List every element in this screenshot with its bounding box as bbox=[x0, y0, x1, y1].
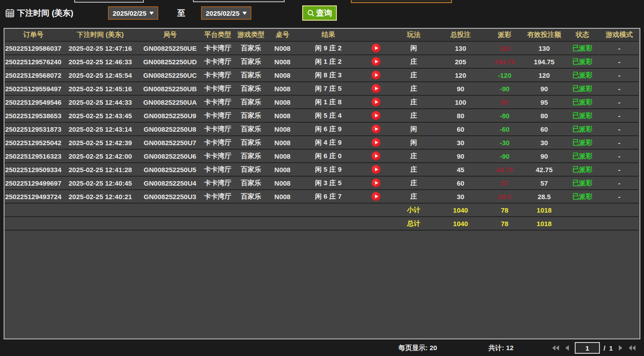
platform-type: 卡卡湾厅 bbox=[201, 58, 234, 66]
payout: 57 bbox=[486, 179, 523, 187]
grand-total-total-bet: 1040 bbox=[435, 220, 486, 227]
column-header-0: 订单号 bbox=[4, 31, 62, 39]
result: 闲 8 庄 3 bbox=[297, 71, 360, 80]
cropped-filter-input-2[interactable] bbox=[193, 0, 285, 2]
last-page-icon[interactable] bbox=[628, 344, 636, 352]
next-page-icon[interactable] bbox=[617, 344, 625, 352]
date-to-select[interactable]: 2025/02/25 bbox=[201, 6, 251, 20]
play-type: 庄 bbox=[392, 192, 435, 201]
replay-play-icon[interactable] bbox=[371, 125, 380, 134]
table-row: 250225129509334 2025-02-25 12:41:28 GN00… bbox=[4, 163, 639, 177]
column-header-11: 有效投注额 bbox=[523, 31, 565, 39]
replay-cell bbox=[360, 165, 392, 174]
date-from-select[interactable]: 2025/02/25 bbox=[108, 6, 158, 20]
round-number: GN008252250U8 bbox=[139, 125, 201, 133]
play-type: 闲 bbox=[392, 138, 435, 147]
table-row: 250225129568072 2025-02-25 12:45:54 GN00… bbox=[4, 69, 639, 82]
order-number: 250225129516323 bbox=[4, 152, 62, 160]
valid-bet: 95 bbox=[523, 98, 565, 106]
valid-bet: 130 bbox=[523, 44, 565, 52]
game-type: 百家乐 bbox=[234, 98, 268, 107]
cropped-filter-input-3[interactable] bbox=[351, 0, 452, 3]
column-header-4: 游戏类型 bbox=[234, 31, 268, 39]
date-from-value: 2025/02/25 bbox=[112, 9, 146, 17]
game-mode: - bbox=[600, 152, 639, 160]
order-number: 250225129499697 bbox=[4, 179, 62, 187]
payout: -90 bbox=[486, 85, 523, 93]
replay-play-icon[interactable] bbox=[371, 57, 380, 66]
result: 闲 1 庄 2 bbox=[297, 58, 360, 66]
filter-bar: 下注时间 (美东) 2025/02/25 至 2025/02/25 查询 bbox=[0, 0, 644, 28]
replay-play-icon[interactable] bbox=[371, 98, 380, 107]
total-bet: 60 bbox=[435, 125, 486, 133]
table-number: N008 bbox=[268, 71, 297, 79]
replay-play-icon[interactable] bbox=[371, 138, 380, 147]
game-mode: - bbox=[600, 44, 639, 52]
per-page-label: 每页显示: 20 bbox=[398, 344, 437, 352]
play-type: 庄 bbox=[392, 58, 435, 66]
replay-play-icon[interactable] bbox=[371, 71, 380, 80]
current-page-input[interactable] bbox=[575, 342, 600, 354]
column-header-1: 下注时间 (美东) bbox=[62, 31, 139, 39]
round-number: GN008252250UA bbox=[139, 98, 201, 106]
table-row: 250225129576240 2025-02-25 12:46:33 GN00… bbox=[4, 55, 639, 69]
table-row: 250225129531873 2025-02-25 12:43:14 GN00… bbox=[4, 123, 639, 136]
valid-bet: 60 bbox=[523, 125, 565, 133]
bet-time: 2025-02-25 12:43:14 bbox=[62, 125, 139, 133]
game-type: 百家乐 bbox=[234, 125, 268, 134]
previous-page-icon[interactable] bbox=[563, 344, 571, 352]
payout: 42.75 bbox=[486, 166, 523, 174]
table-number: N008 bbox=[268, 85, 297, 93]
table-number: N008 bbox=[268, 152, 297, 160]
round-number: GN008252250U7 bbox=[139, 139, 201, 147]
replay-play-icon[interactable] bbox=[371, 192, 380, 201]
status-badge: 已派彩 bbox=[565, 138, 600, 147]
platform-type: 卡卡湾厅 bbox=[201, 44, 234, 53]
replay-play-icon[interactable] bbox=[371, 151, 380, 160]
grand-total-payout: 78 bbox=[486, 220, 523, 227]
order-number: 250225129509334 bbox=[4, 166, 62, 174]
bet-time: 2025-02-25 12:41:28 bbox=[62, 166, 139, 174]
bet-time: 2025-02-25 12:43:45 bbox=[62, 112, 139, 120]
replay-cell bbox=[360, 151, 392, 160]
query-button[interactable]: 查询 bbox=[302, 5, 337, 21]
valid-bet: 28.5 bbox=[523, 193, 565, 200]
first-page-icon[interactable] bbox=[551, 344, 559, 352]
valid-bet: 57 bbox=[523, 179, 565, 187]
column-header-10: 派彩 bbox=[486, 31, 523, 39]
total-bet: 205 bbox=[435, 58, 486, 66]
bet-time: 2025-02-25 12:46:33 bbox=[62, 58, 139, 66]
table-row: 250225129538653 2025-02-25 12:43:45 GN00… bbox=[4, 109, 639, 123]
replay-play-icon[interactable] bbox=[371, 178, 380, 187]
replay-play-icon[interactable] bbox=[371, 44, 380, 53]
replay-cell bbox=[360, 57, 392, 66]
status-badge: 已派彩 bbox=[565, 85, 600, 93]
game-type: 百家乐 bbox=[234, 58, 268, 66]
play-type: 闲 bbox=[392, 44, 435, 53]
result: 闲 5 庄 9 bbox=[297, 165, 360, 174]
cropped-filter-input-1[interactable] bbox=[74, 0, 144, 3]
status-badge: 已派彩 bbox=[565, 98, 600, 107]
round-number: GN008252250UC bbox=[139, 71, 201, 79]
platform-type: 卡卡湾厅 bbox=[201, 165, 234, 174]
bet-records-table: 订单号下注时间 (美东)局号平台类型游戏类型桌号结果玩法总投注派彩有效投注额状态… bbox=[4, 28, 640, 339]
payout: -60 bbox=[486, 125, 523, 133]
game-mode: - bbox=[600, 125, 639, 133]
round-number: GN008252250UB bbox=[139, 85, 201, 93]
valid-bet: 30 bbox=[523, 139, 565, 147]
total-bet: 100 bbox=[435, 98, 486, 106]
platform-type: 卡卡湾厅 bbox=[201, 138, 234, 147]
play-type: 庄 bbox=[392, 111, 435, 120]
replay-play-icon[interactable] bbox=[371, 165, 380, 174]
replay-play-icon[interactable] bbox=[371, 84, 380, 93]
play-type: 庄 bbox=[392, 71, 435, 80]
replay-cell bbox=[360, 84, 392, 93]
status-badge: 已派彩 bbox=[565, 44, 600, 53]
bet-time: 2025-02-25 12:44:33 bbox=[62, 98, 139, 106]
replay-play-icon[interactable] bbox=[371, 111, 380, 120]
column-header-5: 桌号 bbox=[268, 31, 297, 39]
column-header-13: 游戏模式 bbox=[600, 31, 639, 39]
order-number: 250225129538653 bbox=[4, 112, 62, 120]
platform-type: 卡卡湾厅 bbox=[201, 125, 234, 134]
column-header-2: 局号 bbox=[139, 31, 201, 39]
